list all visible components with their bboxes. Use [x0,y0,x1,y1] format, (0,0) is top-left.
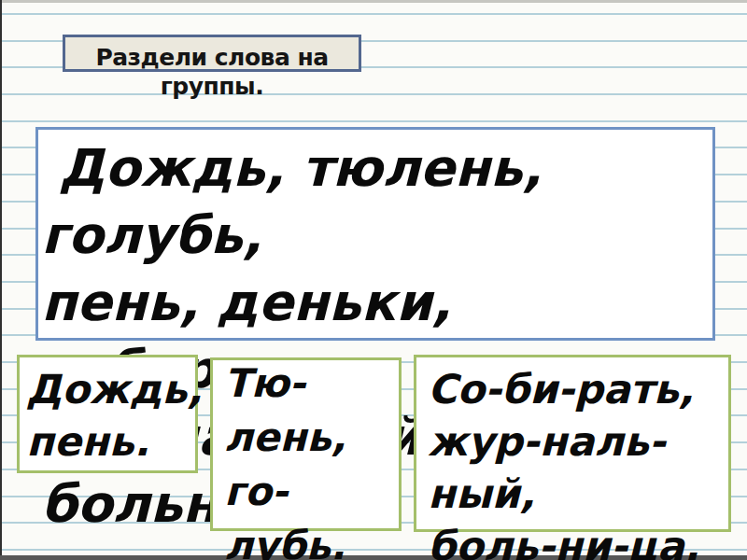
top-edge-line [0,0,747,3]
left-edge-line [0,0,2,560]
lesson-slide: Раздели слова на группы. Дождь, тюлень, … [0,0,747,560]
group-1-words: Дождь, пень. [26,363,203,468]
group-3-words: Со-би-рать, жур-наль- ный, боль-ни-ца. [428,363,699,560]
task-title-text: Раздели слова на группы. [63,43,361,101]
group-2-words: Тю- лень, го- лубь. [224,357,346,560]
